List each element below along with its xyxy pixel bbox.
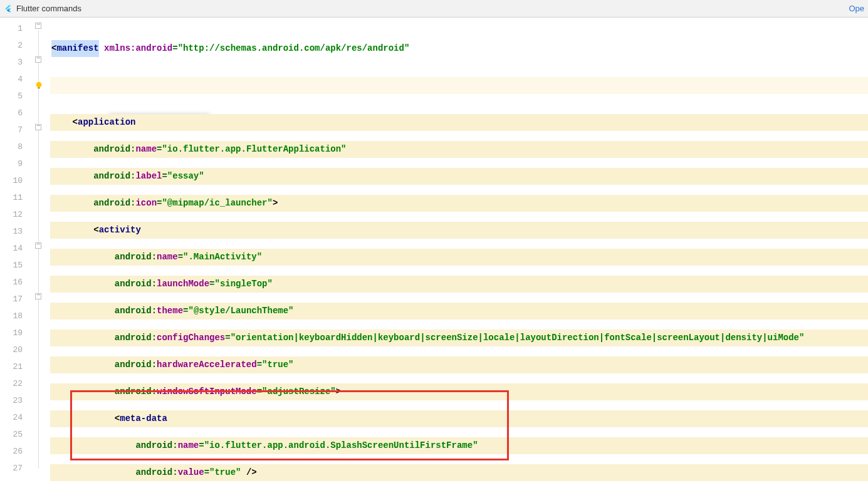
code-line[interactable]: <application (50, 114, 868, 131)
fold-toggle-icon[interactable] (35, 293, 41, 299)
line-number: 15 (0, 257, 34, 274)
line-number: 4 (0, 71, 34, 88)
banner-title: Flutter commands (16, 4, 81, 13)
banner-link[interactable]: Ope (849, 4, 864, 13)
line-number: 6 (0, 105, 34, 122)
line-number: 19 (0, 325, 34, 341)
line-number: 12 (0, 206, 34, 223)
code-line[interactable]: android:configChanges="orientation|keybo… (50, 330, 868, 346)
line-number: 5 (0, 88, 34, 105)
line-number: 21 (0, 358, 34, 375)
code-line[interactable]: package="com.xxxxx.xxxxxx"> (50, 77, 868, 94)
flutter-icon (4, 4, 13, 13)
line-number: 27 (0, 460, 34, 477)
line-number: 26 (0, 443, 34, 460)
line-number: 10 (0, 172, 34, 189)
line-number: 11 (0, 189, 34, 206)
fold-toggle-icon[interactable] (35, 242, 41, 249)
line-number: 7 (0, 122, 34, 138)
line-number: 16 (0, 274, 34, 291)
line-number: 17 (0, 291, 34, 308)
code-line[interactable]: android:launchMode="singleTop" (50, 276, 868, 293)
line-number-gutter: 1 2 3 4 5 6 7 8 9 10 11 12 13 14 15 16 1… (0, 18, 34, 483)
line-number: 2 (0, 37, 34, 54)
fold-toggle-icon[interactable] (35, 56, 41, 63)
code-line[interactable]: <activity (50, 222, 868, 239)
line-number: 23 (0, 392, 34, 409)
line-number: 24 (0, 409, 34, 426)
code-line[interactable]: android:hardwareAccelerated="true" (50, 356, 868, 373)
line-number: 13 (0, 223, 34, 240)
code-line[interactable]: android:value="true" /> (50, 464, 868, 481)
code-line[interactable]: android:icon="@mipmap/ic_launcher"> (50, 195, 868, 212)
fold-toggle-icon[interactable] (35, 124, 41, 130)
line-number: 20 (0, 341, 34, 358)
line-number: 1 (0, 20, 34, 37)
svg-rect-1 (38, 88, 40, 89)
line-number: 14 (0, 240, 34, 257)
code-line[interactable]: android:name="io.flutter.app.FlutterAppl… (50, 141, 868, 158)
line-number: 25 (0, 426, 34, 443)
code-line[interactable]: android:label="essay" (50, 168, 868, 185)
line-number: 3 (0, 54, 34, 71)
code-line[interactable]: android:name=".MainActivity" (50, 249, 868, 266)
code-area[interactable]: <manifest xmlns:android="http://schemas.… (50, 18, 868, 483)
svg-point-0 (36, 82, 42, 88)
fold-toggle-icon[interactable] (35, 23, 41, 29)
line-number: 9 (0, 155, 34, 172)
line-number: 8 (0, 138, 34, 155)
editor-banner: Flutter commands Ope (0, 0, 868, 18)
code-line[interactable]: android:windowSoftInputMode="adjustResiz… (50, 383, 868, 400)
code-line[interactable]: <manifest xmlns:android="http://schemas.… (50, 40, 868, 57)
line-number: 18 (0, 308, 34, 325)
code-line[interactable]: <meta-data (50, 410, 868, 427)
code-editor[interactable]: 1 2 3 4 5 6 7 8 9 10 11 12 13 14 15 16 1… (0, 18, 868, 483)
line-number: 22 (0, 375, 34, 392)
code-line[interactable]: android:theme="@style/LaunchTheme" (50, 303, 868, 319)
code-line[interactable]: android:name="io.flutter.app.android.Spl… (50, 437, 868, 454)
lightbulb-icon[interactable] (34, 81, 43, 90)
